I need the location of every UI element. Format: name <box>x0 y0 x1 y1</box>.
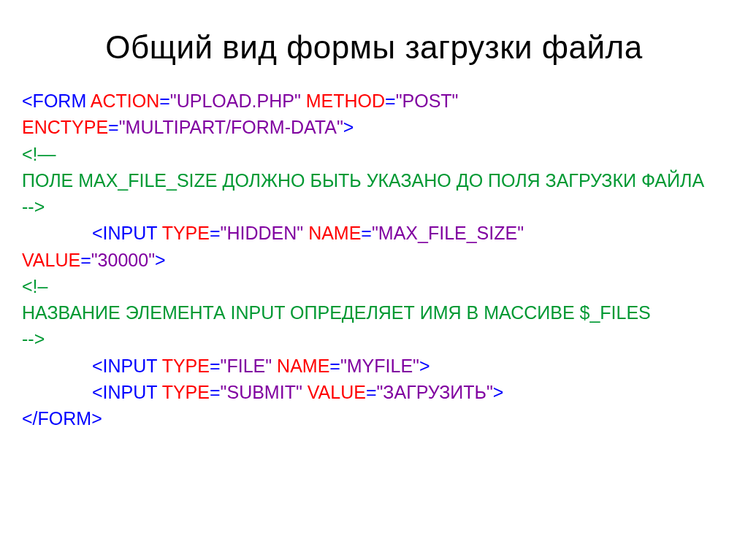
attr-name: NAME <box>308 223 361 243</box>
attr-value: VALUE <box>308 382 366 402</box>
equals: = <box>210 223 221 243</box>
space <box>301 91 306 111</box>
value-method: "POST" <box>396 91 459 111</box>
indented-line: <INPUT TYPE="SUBMIT" VALUE="ЗАГРУЗИТЬ"> <box>22 379 726 405</box>
angle-open: < <box>92 356 103 376</box>
indented-line: <INPUT TYPE="HIDDEN" NAME="MAX_FILE_SIZE… <box>22 220 726 246</box>
comment-open: <!— <box>22 144 56 164</box>
comment-close: --> <box>22 196 45 217</box>
angle-close: > <box>155 250 166 270</box>
equals: = <box>210 356 221 376</box>
equals: = <box>329 356 340 376</box>
attr-type: TYPE <box>162 223 210 243</box>
equals: = <box>366 382 377 402</box>
angle-open: < <box>92 382 103 402</box>
value-enctype: "MULTIPART/FORM-DATA" <box>119 117 343 137</box>
comment-text-2: НАЗВАНИЕ ЭЛЕМЕНТА INPUT ОПРЕДЕЛЯЕТ ИМЯ В… <box>22 302 651 323</box>
value-name-myfile: "MYFILE" <box>340 356 419 376</box>
angle-open: < <box>92 223 103 243</box>
attr-action: ACTION <box>91 91 159 111</box>
equals: = <box>385 91 396 111</box>
attr-type: TYPE <box>162 356 210 376</box>
value-name-maxfilesize: "MAX_FILE_SIZE" <box>372 223 524 243</box>
tag-form-close: FORM <box>38 408 92 429</box>
angle-close: > <box>493 382 504 402</box>
comment-text-1: ПОЛЕ MAX_FILE_SIZE ДОЛЖНО БЫТЬ УКАЗАНО Д… <box>22 170 704 191</box>
angle-close: > <box>419 356 430 376</box>
tag-input: INPUT <box>103 223 158 243</box>
tag-input: INPUT <box>103 382 158 402</box>
tag-input: INPUT <box>103 356 158 376</box>
angle-open-slash: </ <box>22 408 38 429</box>
attr-enctype: ENCTYPE <box>22 117 108 137</box>
slide: Общий вид формы загрузки файла <FORM ACT… <box>0 0 748 560</box>
value-action: "UPLOAD.PHP" <box>170 91 301 111</box>
attr-type: TYPE <box>162 382 210 402</box>
value-type-hidden: "HIDDEN" <box>221 223 304 243</box>
code-block: <FORM ACTION="UPLOAD.PHP" METHOD="POST" … <box>22 88 726 431</box>
equals: = <box>361 223 372 243</box>
comment-close-2: --> <box>22 329 45 349</box>
equals: = <box>210 382 221 402</box>
attr-value: VALUE <box>22 250 80 270</box>
tag-form: FORM <box>33 91 87 111</box>
value-type-file: "FILE" <box>221 356 272 376</box>
equals: = <box>108 117 119 137</box>
indented-line: <INPUT TYPE="FILE" NAME="MYFILE"> <box>22 353 726 379</box>
angle-close: > <box>343 117 354 137</box>
slide-title: Общий вид формы загрузки файла <box>22 29 726 66</box>
attr-name: NAME <box>277 356 329 376</box>
comment-open-2: <!– <box>22 276 47 296</box>
equals: = <box>80 250 91 270</box>
value-type-submit: "SUBMIT" <box>221 382 302 402</box>
value-30000: "30000" <box>91 250 155 270</box>
angle-open: < <box>22 91 33 111</box>
equals: = <box>159 91 170 111</box>
angle-close: > <box>91 408 102 429</box>
value-submit-label: "ЗАГРУЗИТЬ" <box>376 382 492 402</box>
space <box>302 382 308 402</box>
attr-method: METHOD <box>306 91 385 111</box>
